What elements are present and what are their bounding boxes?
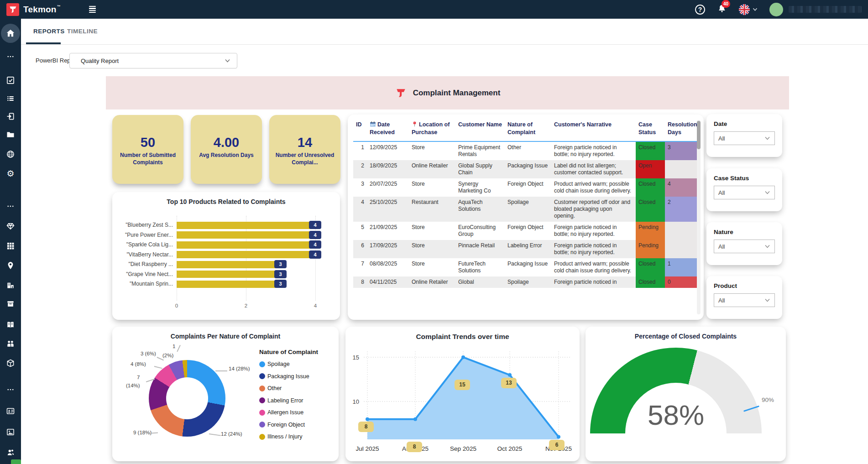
cell-narrative: Customer reported off odor and bloated p… xyxy=(551,197,636,222)
language-selector[interactable] xyxy=(739,4,758,15)
legend-item[interactable]: Illness / Injury xyxy=(259,433,302,440)
filter-select-product[interactable]: All xyxy=(714,293,775,307)
filter-select-date[interactable]: All xyxy=(714,131,775,145)
brand-title: Tekmon™ xyxy=(23,5,61,15)
report-select[interactable]: Quality Report xyxy=(69,53,237,68)
bar[interactable] xyxy=(177,281,281,288)
cell-location: Restaurant xyxy=(409,197,455,222)
filter-select-nature[interactable]: All xyxy=(714,240,775,253)
sidebar-item-building[interactable] xyxy=(0,276,21,293)
cell-date: 18/09/2025 xyxy=(367,160,409,178)
column-header[interactable]: ID xyxy=(353,119,367,141)
table-row[interactable]: 112/09/2025StorePrime Equipment RentalsO… xyxy=(353,141,698,160)
sidebar-item-gem[interactable] xyxy=(0,218,21,235)
sidebar-item-sign-in[interactable] xyxy=(0,108,21,125)
bar[interactable] xyxy=(177,271,281,278)
sidebar-item-id-card[interactable] xyxy=(0,402,21,420)
tekmon-logo[interactable] xyxy=(6,3,19,16)
bar[interactable] xyxy=(177,241,315,249)
cell-location: Online Retailer xyxy=(409,160,455,178)
column-header[interactable]: Customer's Narrative xyxy=(551,119,636,141)
column-header[interactable]: Customer Name xyxy=(455,119,505,141)
cell-customer: Synergy Marketing Co xyxy=(455,178,505,197)
cell-narrative: Label did not list allergen; customer co… xyxy=(551,160,636,178)
sidebar-item-book[interactable] xyxy=(0,316,21,334)
sidebar-item-more[interactable] xyxy=(0,381,21,398)
table-row[interactable]: 804/11/2025Online RetailerGlobalSpoilage… xyxy=(353,276,698,288)
table-row[interactable]: 425/10/2025RestaurantAquaTech SolutionsS… xyxy=(353,197,698,222)
sidebar-item-image[interactable] xyxy=(0,423,21,441)
help-icon[interactable]: ? xyxy=(695,5,705,15)
column-header[interactable]: Date Received xyxy=(367,119,409,141)
column-header[interactable]: Case Status xyxy=(636,119,665,141)
sidebar-item-archive[interactable] xyxy=(0,295,21,313)
y-tick-label: 10 xyxy=(353,398,359,405)
data-point[interactable] xyxy=(413,417,417,421)
cell-narrative: Foreign particle noticed in bottle; no i… xyxy=(551,222,636,240)
table-scrollbar[interactable] xyxy=(697,121,701,149)
table-row[interactable]: 521/09/2025StoreEuroConsulting GroupFore… xyxy=(353,222,698,240)
column-header[interactable]: Location of Purchase xyxy=(409,119,455,141)
column-header[interactable]: Nature of Complaint xyxy=(505,119,551,141)
bar[interactable] xyxy=(177,222,315,229)
tab-timeline[interactable]: TIMELINE xyxy=(67,28,98,35)
data-point[interactable] xyxy=(557,435,560,439)
pie-callout-label: 12 (24%) xyxy=(221,431,242,437)
sidebar-item-tasks[interactable] xyxy=(0,72,21,89)
notifications-button[interactable]: 40 xyxy=(717,4,727,16)
filter-value: All xyxy=(718,189,764,196)
cell-nature: Packaging Issue xyxy=(505,160,551,178)
area-fill xyxy=(367,357,559,439)
legend-item[interactable]: Spoilage xyxy=(259,361,290,367)
legend-swatch xyxy=(259,373,265,379)
sidebar-item-users[interactable] xyxy=(0,335,21,352)
bar-x-tick-label: 0 xyxy=(175,303,178,308)
data-point[interactable] xyxy=(461,355,465,359)
chevron-down-icon xyxy=(764,298,770,302)
resolution-days-cell xyxy=(665,160,698,178)
table-row[interactable]: 708/08/2025StoreFutureTech SolutionsPack… xyxy=(353,258,698,276)
table-row[interactable]: 320/07/2025StoreSynergy Marketing CoFore… xyxy=(353,178,698,197)
chevron-down-icon xyxy=(764,136,770,141)
sidebar-item-user-group[interactable] xyxy=(0,443,21,461)
sidebar-bottom-partial-item[interactable] xyxy=(11,459,21,464)
cell-id: 3 xyxy=(353,178,367,197)
sidebar-item-grid[interactable] xyxy=(0,237,21,255)
sidebar-item-more[interactable] xyxy=(0,48,21,65)
sidebar-item-package[interactable] xyxy=(0,355,21,372)
sidebar-item-location[interactable] xyxy=(0,257,21,274)
bar[interactable] xyxy=(177,261,281,268)
sidebar-item-more[interactable] xyxy=(0,198,21,215)
sidebar-item-home[interactable] xyxy=(0,25,21,42)
donut-chart-title: Complaints Per Nature of Complaint xyxy=(112,327,339,340)
x-tick-label: Sep 2025 xyxy=(450,445,476,452)
column-header[interactable]: Resolution Days xyxy=(665,119,698,141)
legend-item[interactable]: Other xyxy=(259,385,282,391)
legend-item[interactable]: Labeling Error xyxy=(259,397,303,404)
sidebar-item-globe[interactable] xyxy=(0,146,21,163)
data-point[interactable] xyxy=(508,373,512,377)
user-avatar[interactable] xyxy=(769,3,783,16)
pie-callout-line xyxy=(177,345,180,352)
tab-reports[interactable]: REPORTS xyxy=(33,28,65,35)
cell-customer: FutureTech Solutions xyxy=(455,258,505,276)
data-point[interactable] xyxy=(366,417,369,421)
cell-id: 7 xyxy=(353,258,367,276)
cell-nature: Spoilage xyxy=(505,197,551,222)
bar[interactable] xyxy=(177,251,315,258)
legend-label: Foreign Object xyxy=(267,422,305,428)
filter-select-case-status[interactable]: All xyxy=(714,186,775,199)
table-row[interactable]: 617/09/2025StorePinnacle RetailLabeling … xyxy=(353,240,698,258)
hamburger-menu-icon[interactable] xyxy=(89,6,96,13)
legend-item[interactable]: Foreign Object xyxy=(259,422,305,428)
bar[interactable] xyxy=(177,231,315,239)
table-row[interactable]: 218/09/2025Online RetailerGlobal Supply … xyxy=(353,160,698,178)
cell-narrative: Product arrived warm; possible cold chai… xyxy=(551,178,636,197)
sidebar-item-settings[interactable]: ⚙ xyxy=(0,165,21,182)
filter-card-case-status: Case StatusAll xyxy=(706,168,782,211)
sidebar-item-list[interactable] xyxy=(0,90,21,107)
sidebar-item-folder[interactable] xyxy=(0,126,21,143)
legend-item[interactable]: Allergen Issue xyxy=(259,409,303,416)
legend-item[interactable]: Packaging Issue xyxy=(259,373,309,380)
filter-value: All xyxy=(718,297,764,304)
